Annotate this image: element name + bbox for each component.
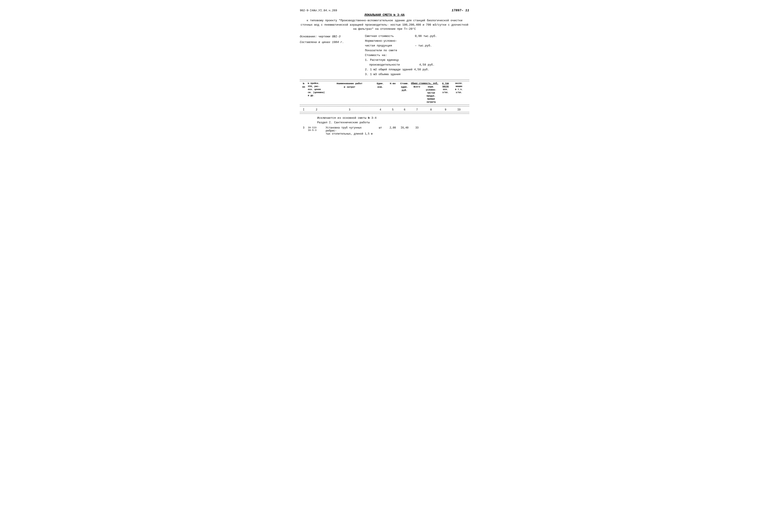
th-col1: №пп bbox=[300, 82, 307, 104]
table-row: 3 I8-I23I8-5-3 Установка труб чугунных р… bbox=[300, 126, 469, 135]
row-num: 3 bbox=[300, 126, 307, 129]
info-section: Основание: чертежи OBI-3 Составлена в це… bbox=[300, 34, 469, 77]
stoimost-label: Стоимость на: bbox=[365, 53, 413, 58]
section-title: Раздел I. Сантехнические работы bbox=[317, 121, 469, 124]
cn-5: 5 bbox=[387, 108, 398, 111]
row-unit-cost: I6,40 bbox=[399, 126, 411, 129]
sostavlena-label: Составлена в ценах 1984 г. bbox=[300, 40, 361, 45]
cn-4: 4 bbox=[374, 108, 387, 111]
cn-6: 6 bbox=[399, 108, 411, 111]
doc-ref: Ал.УI.84.ч.2 bbox=[313, 9, 334, 12]
col-numbers-row: I 2 3 4 5 6 7 8 9 IO bbox=[300, 108, 469, 112]
info-right: Сметная стоимость 0,98 тыс.руб. Норматив… bbox=[365, 34, 469, 77]
chistaya-label: чистая продукция bbox=[365, 43, 413, 48]
page-header: 902-9-I4 Ал.УI.84.ч.2 69 17897– 11 bbox=[300, 9, 469, 12]
cn-9: 9 bbox=[439, 108, 452, 111]
cn-10: IO bbox=[452, 108, 465, 111]
table-header: №пп № прейск.УСН, рас-осн. ценоксм. (цен… bbox=[300, 81, 469, 105]
row-qty: 2,00 bbox=[387, 126, 398, 129]
th-col4: Един.изм. bbox=[374, 82, 387, 104]
osnov-label: Основание: чертежи OBI-3 bbox=[300, 34, 361, 40]
doc-id: 17897– 11 bbox=[452, 9, 469, 12]
item2: 2. 1 м2 общей площади зданий 4,58 руб. bbox=[365, 67, 429, 72]
section-exclude: Исключается из основной сметы № 3-4 bbox=[317, 116, 469, 120]
item1-value: 4,58 руб. bbox=[419, 63, 434, 67]
page-number: 69 bbox=[334, 9, 337, 12]
cn-8: 8 bbox=[423, 108, 439, 111]
table-body: 3 I8-I23I8-5-3 Установка труб чугунных р… bbox=[300, 126, 469, 135]
item3: 3. 1 м3 объема здания bbox=[365, 72, 401, 77]
info-left: Основание: чертежи OBI-3 Составлена в це… bbox=[300, 34, 361, 77]
normativno-label: Нормативно-условно- bbox=[365, 39, 413, 43]
cn-1: I bbox=[300, 108, 307, 111]
th-col7: Общая стоимость, руб. Всего норм.условно… bbox=[411, 82, 439, 104]
th-col10: экспл.машинв т.ч.з/пл. bbox=[452, 82, 465, 104]
cn-7: 7 bbox=[411, 108, 423, 111]
smetnaya-value: 0,98 тыс.руб. bbox=[415, 34, 437, 39]
smetnaya-label: Сметная стоимость bbox=[365, 34, 413, 39]
th-col2: № прейск.УСН, рас-осн. ценоксм. (ценника… bbox=[308, 82, 325, 104]
row-total: 33 bbox=[411, 126, 423, 129]
pokazateli-label: Показатели по смете bbox=[365, 48, 413, 53]
doc-number: 902-9-I4 bbox=[300, 9, 313, 12]
cn-3: 3 bbox=[326, 108, 373, 111]
row-preysk: I8-I23I8-5-3 bbox=[308, 126, 325, 132]
item1-sub: производительности bbox=[369, 63, 417, 67]
th-col3: Наименование работи затрат bbox=[326, 82, 373, 104]
table-top-border bbox=[300, 79, 469, 80]
th-col5: К-во bbox=[387, 82, 398, 104]
table-header-bottom bbox=[300, 106, 469, 106]
subtitle: к типовому проекту "Производственно-вспо… bbox=[300, 18, 469, 31]
th-col6: Стоим.един.руб. bbox=[399, 82, 411, 104]
th-col9: в том числе осн.з/пл. bbox=[439, 82, 452, 104]
row-name: Установка труб чугунных ребрис-тых отопи… bbox=[326, 126, 373, 135]
cn-2: 2 bbox=[308, 108, 325, 111]
chistaya-value: – тыс.руб. bbox=[415, 43, 432, 48]
document-title: ЛОКАЛЬНАЯ СМЕТА № 3-4А bbox=[300, 13, 469, 17]
row-unit: шт bbox=[374, 126, 387, 129]
item1-label: 1. Расчетную единицу bbox=[365, 58, 413, 63]
